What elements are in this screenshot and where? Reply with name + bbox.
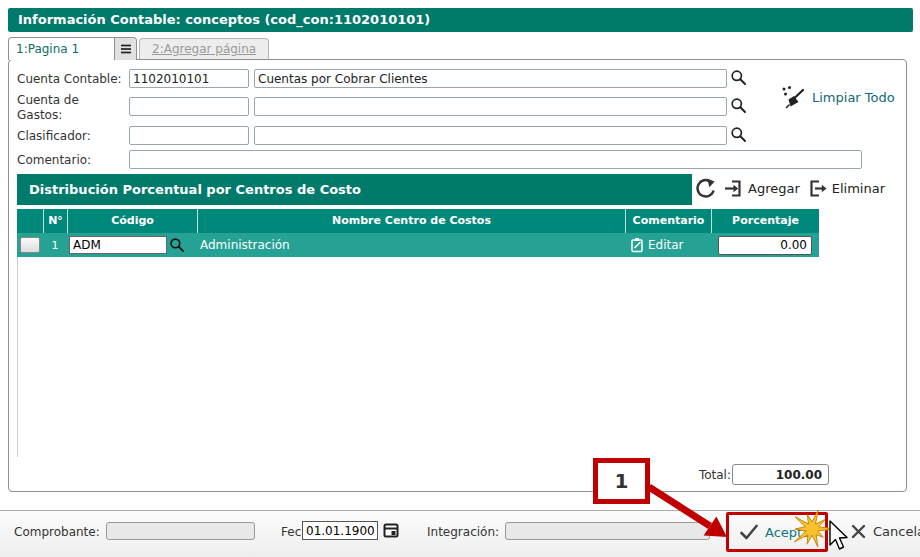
integracion-label: Integración:	[427, 525, 499, 539]
row-codigo-lookup-button[interactable]	[169, 237, 185, 253]
total-input[interactable]	[732, 464, 829, 485]
agregar-label: Agregar	[748, 181, 800, 196]
row-editar-label: Editar	[648, 238, 684, 252]
row-codigo-input[interactable]	[69, 236, 167, 254]
clasificador-lookup-button[interactable]	[729, 126, 747, 144]
row-codigo-cell	[67, 233, 197, 257]
row-editar-button[interactable]: Editar	[625, 233, 711, 257]
row-selector-cell	[17, 233, 43, 257]
clasificador-code-input[interactable]	[129, 126, 249, 145]
tab-pagina-1-label: 1:Pagina 1	[9, 38, 114, 60]
cuenta-gastos-label: Cuenta de Gastos:	[17, 93, 89, 123]
calendar-button[interactable]	[381, 521, 400, 540]
footer-bar: Comprobante: Fecha: Integración: Aceptar…	[0, 510, 920, 557]
window-title: Información Contable: conceptos (cod_con…	[18, 12, 430, 27]
eliminar-button[interactable]: Eliminar	[807, 178, 885, 199]
clipboard-edit-icon	[630, 237, 644, 253]
cuenta-gastos-name-input[interactable]	[254, 97, 727, 116]
cuenta-gastos-code-input[interactable]	[129, 97, 249, 116]
row-porcentaje-cell	[711, 233, 819, 257]
integracion-input	[505, 522, 710, 540]
comentario-input[interactable]	[129, 150, 862, 169]
column-header-codigo: Código	[67, 209, 197, 233]
cost-centers-table: N° Código Nombre Centro de Costos Coment…	[17, 209, 819, 257]
cancelar-button[interactable]: Cancelar	[851, 524, 920, 539]
fecha-input[interactable]	[302, 521, 378, 540]
distribution-section-title: Distribución Porcentual por Centros de C…	[29, 182, 361, 197]
cuenta-contable-label: Cuenta Contable:	[17, 72, 122, 86]
cuenta-contable-code-input[interactable]	[129, 69, 249, 88]
hamburger-icon	[120, 44, 132, 54]
export-box-icon	[807, 178, 828, 199]
eliminar-label: Eliminar	[832, 181, 885, 196]
column-header-porcentaje: Porcentaje	[711, 209, 819, 233]
distribution-section-header: Distribución Porcentual por Centros de C…	[17, 174, 692, 205]
magnifier-icon	[730, 69, 747, 86]
refresh-icon	[693, 177, 716, 200]
comprobante-label: Comprobante:	[14, 525, 100, 539]
column-header-nombre: Nombre Centro de Costos	[197, 209, 625, 233]
import-box-icon	[723, 178, 744, 199]
magnifier-icon	[169, 237, 185, 253]
column-header-selector	[17, 209, 43, 233]
tab-menu-button[interactable]	[114, 38, 136, 60]
broom-icon	[780, 85, 806, 109]
calendar-icon	[382, 521, 400, 539]
annotation-step-number: 1	[615, 469, 629, 493]
tab-agregar-pagina-label: 2:Agregar página	[152, 42, 256, 56]
checkmark-icon	[740, 524, 758, 540]
aceptar-button[interactable]: Aceptar	[740, 524, 815, 540]
distribution-toolbar: Agregar Eliminar	[693, 177, 885, 200]
clasificador-name-input[interactable]	[254, 126, 727, 145]
column-header-n: N°	[43, 209, 67, 233]
limpiar-todo-label: Limpiar Todo	[812, 90, 895, 105]
cuenta-contable-lookup-button[interactable]	[729, 69, 747, 87]
row-nombre-cell: Administración	[197, 233, 625, 257]
refresh-button[interactable]	[693, 177, 716, 200]
table-header-row: N° Código Nombre Centro de Costos Coment…	[17, 209, 819, 233]
row-porcentaje-input[interactable]	[718, 236, 812, 255]
total-label: Total:	[659, 468, 731, 482]
comentario-label: Comentario:	[17, 153, 91, 167]
x-icon	[851, 524, 866, 539]
clasificador-label: Clasificador:	[17, 129, 91, 143]
main-panel: Cuenta Contable: Cuenta de Gastos: Clasi…	[8, 59, 907, 492]
tab-pagina-1[interactable]: 1:Pagina 1	[8, 37, 137, 60]
cuenta-contable-name-input[interactable]	[254, 69, 727, 88]
magnifier-icon	[730, 126, 747, 143]
comprobante-input	[106, 522, 255, 540]
cancelar-label: Cancelar	[873, 524, 920, 539]
row-number-cell: 1	[43, 233, 67, 257]
magnifier-icon	[730, 97, 747, 114]
window-title-bar: Información Contable: conceptos (cod_con…	[8, 8, 913, 32]
annotation-step-box: 1	[593, 458, 650, 504]
aceptar-label: Aceptar	[765, 525, 815, 540]
table-body-left-border	[17, 257, 18, 457]
row-selector-button[interactable]	[20, 237, 40, 253]
table-row: 1 Administración Editar	[17, 233, 819, 257]
agregar-button[interactable]: Agregar	[723, 178, 800, 199]
column-header-comentario: Comentario	[625, 209, 711, 233]
limpiar-todo-button[interactable]: Limpiar Todo	[774, 84, 901, 110]
cuenta-gastos-lookup-button[interactable]	[729, 97, 747, 115]
tab-agregar-pagina[interactable]: 2:Agregar página	[139, 38, 269, 60]
